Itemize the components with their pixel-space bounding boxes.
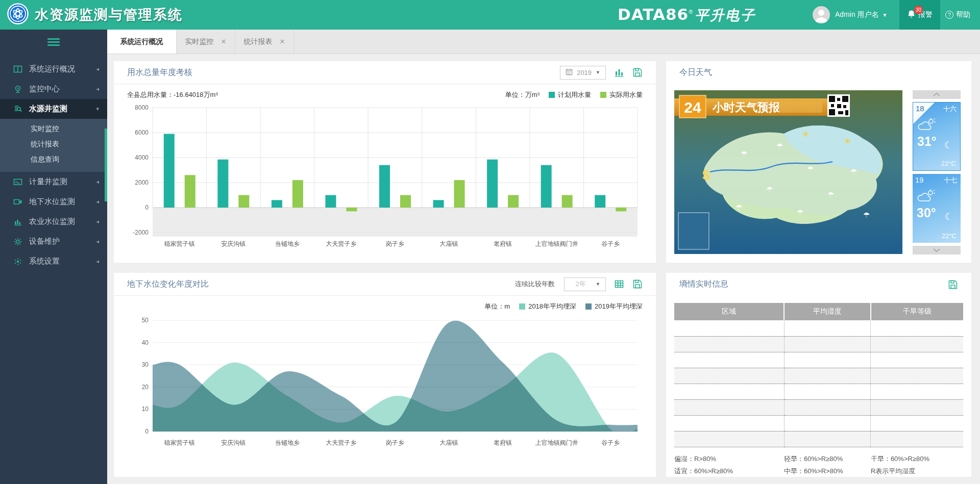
bar[interactable] (379, 165, 390, 208)
table-cell (871, 399, 963, 415)
year-select[interactable]: 2019 ▼ (560, 66, 606, 80)
calendar-icon (566, 68, 573, 77)
svg-text:岗子乡: 岗子乡 (386, 240, 404, 247)
sidebar-item-agriculture-water[interactable]: 农业水位监测◂ (0, 212, 107, 232)
help-button[interactable]: ? 帮助 (945, 10, 970, 19)
sidebar-item-water-source-wells[interactable]: 水源井监测▾ (0, 99, 107, 119)
svg-text:谷子乡: 谷子乡 (601, 240, 620, 247)
moon-icon: ☾ (944, 139, 953, 151)
app-title: 水资源监测与管理系统 (35, 6, 183, 24)
gear-icon (13, 237, 22, 246)
svg-text:大夫营子乡: 大夫营子乡 (326, 439, 356, 446)
chart-view-icon[interactable] (614, 67, 624, 78)
bar[interactable] (595, 195, 605, 208)
sidebar-item-overview[interactable]: 系统运行概况◂ (0, 59, 107, 79)
weather-banner-text: 小时天气预报 (712, 101, 780, 114)
sidebar-subitem[interactable]: 统计报表 (0, 136, 107, 151)
table-cell (784, 336, 871, 352)
svg-text:☂: ☂ (736, 203, 742, 212)
weather-day-card[interactable]: 19十七30°☾22°C (913, 174, 961, 243)
table-row (674, 415, 963, 431)
bar-unit-label: 单位：万m³ (505, 90, 540, 99)
weather-day-card[interactable]: 18十六31°☾22°C (913, 102, 961, 171)
bar[interactable] (433, 200, 444, 208)
sidebar-subitem[interactable]: 信息查询 (0, 151, 107, 167)
weather-scroll-up-button[interactable] (913, 90, 961, 99)
groundwater-card: 地下水位变化年度对比 连续比较年数 2年 ▼ (114, 273, 656, 477)
legend-item[interactable]: 2018年平均埋深 (519, 302, 576, 311)
sidebar-item-label: 系统设置 (29, 257, 60, 266)
save-icon[interactable] (948, 279, 958, 290)
soil-moisture-table: 区域平均湿度干旱等级 (674, 303, 963, 447)
sidebar-submenu-water-source-wells: 实时监控统计报表信息查询 (0, 119, 107, 172)
sidebar-subitem[interactable]: 实时监控 (0, 121, 107, 136)
table-cell (674, 415, 784, 431)
table-cell (784, 384, 871, 399)
weather-map: 24 小时天气预报 $ ☂☂☂ (674, 90, 902, 256)
close-icon[interactable]: ✕ (280, 38, 285, 45)
bar[interactable] (487, 160, 498, 208)
avatar[interactable] (813, 6, 830, 23)
sidebar-item-metering-wells[interactable]: 计量井监测◂ (0, 172, 107, 192)
legend-item[interactable]: 实际用水量 (600, 90, 643, 99)
bar[interactable] (217, 160, 228, 208)
sidebar-item-monitor-center[interactable]: 监控中心◂ (0, 79, 107, 99)
chevron-left-icon: ◂ (96, 258, 99, 265)
bar[interactable] (616, 208, 626, 211)
table-cell (674, 320, 784, 336)
user-menu[interactable]: Admin 用户名 ▼ (813, 6, 887, 23)
brand-suffix-text: 平升电子 (695, 6, 756, 24)
sidebar-item-device-maintenance[interactable]: 设备维护◂ (0, 232, 107, 251)
sidebar-item-label: 水源井监测 (29, 104, 67, 114)
sidebar-item-groundwater-monitor[interactable]: 地下水位监测◂ (0, 192, 107, 212)
soil-moisture-notes: 偏湿：R>80%轻旱：60%>R≥80%干旱：60%>R≥80%适宜：60%>R… (674, 454, 963, 476)
close-icon[interactable]: ✕ (221, 38, 227, 45)
sidebar-item-system-settings[interactable]: 系统设置◂ (0, 251, 107, 271)
day-number: 19 (915, 175, 924, 184)
svg-text:上官地镇阀门井: 上官地镇阀门井 (535, 240, 578, 247)
bar[interactable] (508, 195, 519, 208)
bar[interactable] (164, 134, 175, 208)
svg-text:当铺地乡: 当铺地乡 (275, 240, 300, 247)
table-view-icon[interactable] (614, 279, 624, 289)
bar[interactable] (400, 195, 411, 208)
svg-text:岗子乡: 岗子乡 (386, 439, 404, 446)
day-temperature: 30° (917, 206, 936, 220)
svg-text:50: 50 (142, 317, 149, 324)
bar[interactable] (292, 180, 303, 208)
bar[interactable] (454, 180, 465, 208)
svg-text:谷子乡: 谷子乡 (601, 439, 620, 446)
tab-statistics-report[interactable]: 统计报表✕ (235, 30, 294, 54)
table-cell (674, 399, 784, 415)
chevron-down-icon: ▼ (883, 12, 888, 18)
main-area: 系统运行概况实时监控✕统计报表✕ 用水总量年度考核 2019 (107, 30, 980, 484)
bar[interactable] (238, 195, 249, 208)
compare-years-select[interactable]: 2年 ▼ (564, 277, 606, 291)
tab-overview[interactable]: 系统运行概况 (107, 30, 177, 54)
soil-column-header: 干旱等级 (871, 303, 963, 320)
bar[interactable] (346, 208, 357, 211)
table-cell (784, 352, 871, 368)
bar[interactable] (541, 165, 552, 208)
svg-text:6000: 6000 (135, 129, 149, 136)
content-grid: 用水总量年度考核 2019 ▼ (107, 55, 980, 484)
help-label: 帮助 (956, 10, 970, 19)
legend-item[interactable]: 2019年平均埋深 (585, 302, 643, 311)
bar[interactable] (325, 195, 336, 208)
svg-text:安庆沟镇: 安庆沟镇 (221, 240, 246, 247)
save-icon[interactable] (632, 67, 643, 78)
alarm-button[interactable]: 30 报警 (899, 0, 940, 30)
soil-note: 适宜：60%>R≥80% (674, 467, 784, 476)
bar[interactable] (562, 195, 573, 208)
bar[interactable] (272, 200, 282, 208)
bar[interactable] (185, 175, 195, 208)
svg-text:☂: ☂ (766, 185, 773, 194)
tab-realtime-monitor[interactable]: 实时监控✕ (177, 30, 235, 54)
save-icon[interactable] (632, 279, 643, 289)
sidebar-collapse-button[interactable] (0, 30, 107, 54)
night-temperature: 22°C (941, 160, 956, 167)
cloud-sun-icon (917, 118, 938, 133)
area-unit-label: 单位：m (484, 302, 510, 311)
weather-scroll-down-button[interactable] (913, 246, 961, 254)
legend-item[interactable]: 计划用水量 (549, 90, 591, 99)
